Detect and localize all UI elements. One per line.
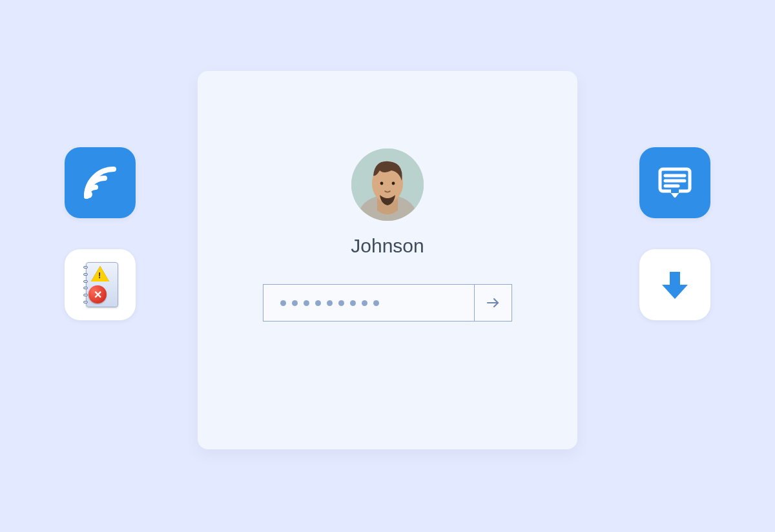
submit-button[interactable] [474, 285, 512, 321]
password-dot [350, 300, 356, 306]
error-log-icon[interactable]: ✕ [65, 249, 136, 320]
password-dot [280, 300, 286, 306]
right-app-icons [639, 147, 710, 320]
password-input[interactable] [264, 285, 474, 321]
svg-point-0 [85, 190, 92, 198]
username-label: Johnson [351, 235, 424, 257]
password-dot [292, 300, 298, 306]
svg-point-10 [392, 182, 395, 185]
password-dot [373, 300, 379, 306]
password-dot [315, 300, 321, 306]
comment-icon[interactable] [639, 147, 710, 218]
password-dot [327, 300, 333, 306]
svg-point-9 [380, 182, 384, 185]
avatar [351, 148, 424, 221]
login-card: Johnson [198, 71, 577, 449]
arrow-right-icon [485, 294, 502, 311]
password-dot [304, 300, 309, 306]
download-icon[interactable] [639, 249, 710, 320]
password-dot [362, 300, 367, 306]
password-dot [338, 300, 344, 306]
svg-rect-2 [671, 189, 679, 193]
notebook-error-glyph: ✕ [81, 261, 119, 309]
wifi-icon[interactable] [65, 147, 136, 218]
password-row [263, 284, 512, 322]
left-app-icons: ✕ [65, 147, 136, 320]
